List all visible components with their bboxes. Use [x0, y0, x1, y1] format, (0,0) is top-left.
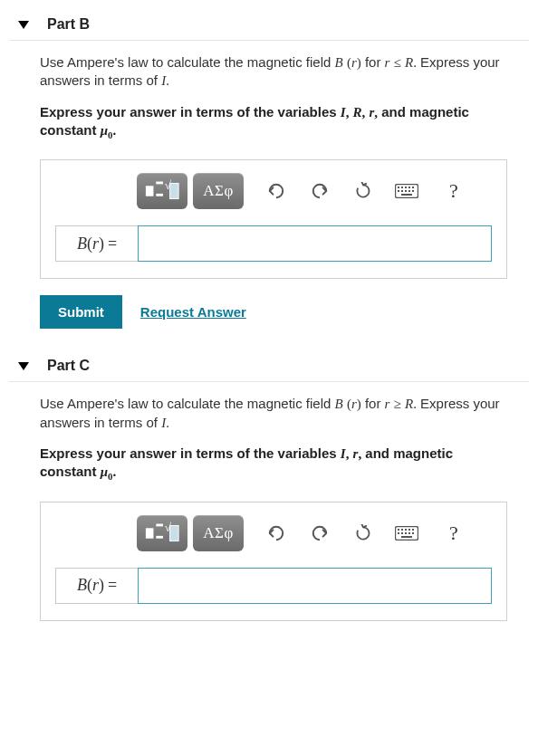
svg-rect-25 [405, 529, 407, 531]
part-section: Part B Use Ampere's law to calculate the… [9, 9, 529, 329]
equation-toolbar: √ ΑΣφ ? [137, 515, 492, 551]
answer-box: √ ΑΣφ ? B(r) = [40, 502, 507, 621]
collapse-icon [18, 21, 29, 29]
svg-rect-33 [401, 536, 412, 538]
collapse-icon [18, 362, 29, 370]
svg-rect-15 [412, 190, 414, 192]
request-answer-link[interactable]: Request Answer [140, 304, 246, 320]
reset-icon[interactable] [347, 518, 379, 549]
svg-rect-11 [398, 190, 399, 192]
svg-rect-6 [398, 187, 399, 188]
part-body: Use Ampere's law to calculate the magnet… [9, 53, 529, 329]
svg-rect-21 [170, 525, 179, 541]
answer-input-row: B(r) = [55, 568, 492, 604]
keyboard-icon[interactable] [390, 518, 423, 549]
answer-input[interactable] [138, 225, 492, 262]
templates-button[interactable]: √ [137, 173, 187, 209]
svg-rect-0 [146, 187, 154, 196]
undo-icon[interactable] [260, 176, 293, 206]
svg-rect-8 [405, 187, 407, 188]
help-icon[interactable]: ? [437, 176, 470, 206]
help-icon[interactable]: ? [437, 518, 470, 549]
svg-rect-18 [156, 523, 163, 526]
greek-symbols-button[interactable]: ΑΣφ [193, 515, 244, 551]
svg-rect-28 [398, 532, 399, 534]
greek-symbols-button[interactable]: ΑΣφ [193, 173, 244, 209]
part-header[interactable]: Part C [9, 350, 529, 382]
question-prompt: Use Ampere's law to calculate the magnet… [40, 53, 507, 91]
svg-rect-13 [405, 190, 407, 192]
templates-button[interactable]: √ [137, 515, 187, 551]
svg-rect-12 [401, 190, 403, 192]
part-header[interactable]: Part B [9, 9, 529, 41]
question-prompt: Use Ampere's law to calculate the magnet… [40, 395, 507, 432]
svg-rect-23 [398, 529, 399, 531]
greek-label: ΑΣφ [203, 524, 233, 542]
svg-rect-26 [408, 529, 410, 531]
svg-rect-14 [408, 190, 410, 192]
svg-rect-24 [401, 529, 403, 531]
svg-rect-7 [401, 187, 403, 188]
answer-instructions: Express your answer in terms of the vari… [40, 445, 507, 483]
part-title: Part B [47, 16, 90, 33]
answer-input[interactable] [138, 568, 492, 604]
svg-rect-3 [156, 194, 163, 196]
redo-icon[interactable] [303, 176, 336, 206]
svg-rect-9 [408, 187, 410, 188]
submit-row: Submit Request Answer [40, 295, 507, 329]
svg-rect-20 [156, 535, 163, 538]
undo-icon[interactable] [260, 518, 293, 549]
svg-rect-31 [408, 532, 410, 534]
svg-rect-27 [412, 529, 414, 531]
svg-rect-32 [412, 532, 414, 534]
answer-lhs: B(r) = [55, 568, 138, 604]
redo-icon[interactable] [303, 518, 336, 549]
svg-rect-16 [401, 194, 412, 196]
svg-rect-10 [412, 187, 414, 188]
svg-rect-1 [156, 182, 163, 185]
svg-rect-4 [170, 184, 179, 199]
part-body: Use Ampere's law to calculate the magnet… [9, 395, 529, 620]
svg-rect-17 [146, 528, 154, 538]
answer-lhs: B(r) = [55, 225, 138, 262]
equation-toolbar: √ ΑΣφ ? [137, 173, 492, 209]
answer-instructions: Express your answer in terms of the vari… [40, 103, 507, 142]
greek-label: ΑΣφ [203, 182, 233, 200]
svg-rect-29 [401, 532, 403, 534]
svg-rect-30 [405, 532, 407, 534]
part-title: Part C [47, 358, 90, 374]
part-section: Part C Use Ampere's law to calculate the… [9, 350, 529, 620]
answer-box: √ ΑΣφ ? B(r) = [40, 159, 507, 279]
submit-button[interactable]: Submit [40, 295, 122, 329]
answer-input-row: B(r) = [55, 225, 492, 262]
reset-icon[interactable] [347, 176, 379, 206]
keyboard-icon[interactable] [390, 176, 423, 206]
